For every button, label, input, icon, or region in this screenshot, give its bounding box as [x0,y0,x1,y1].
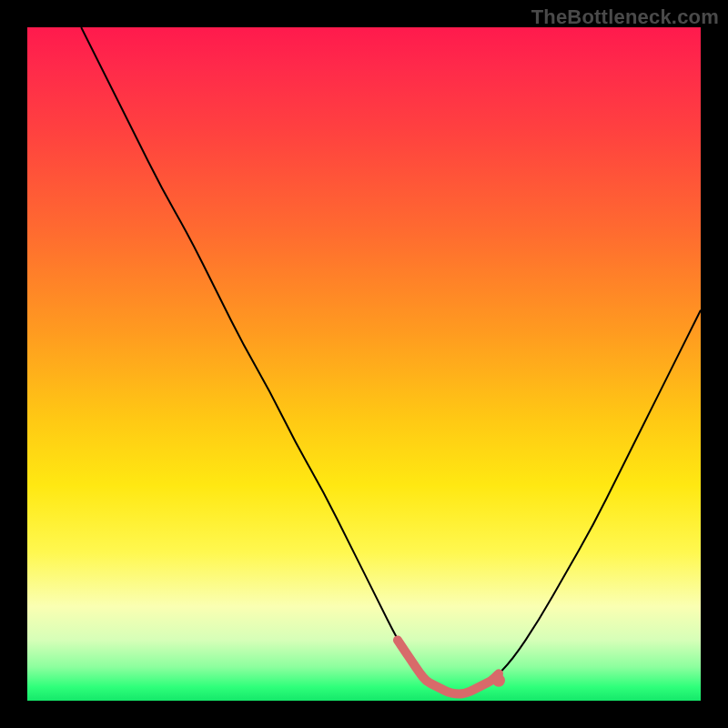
chart-frame: TheBottleneck.com [0,0,728,728]
plot-area [27,27,701,701]
bottleneck-curve [81,27,701,694]
optimal-range-marker [398,640,499,693]
watermark-text: TheBottleneck.com [531,5,719,29]
marker-dot [492,674,505,687]
curve-layer [27,27,701,701]
